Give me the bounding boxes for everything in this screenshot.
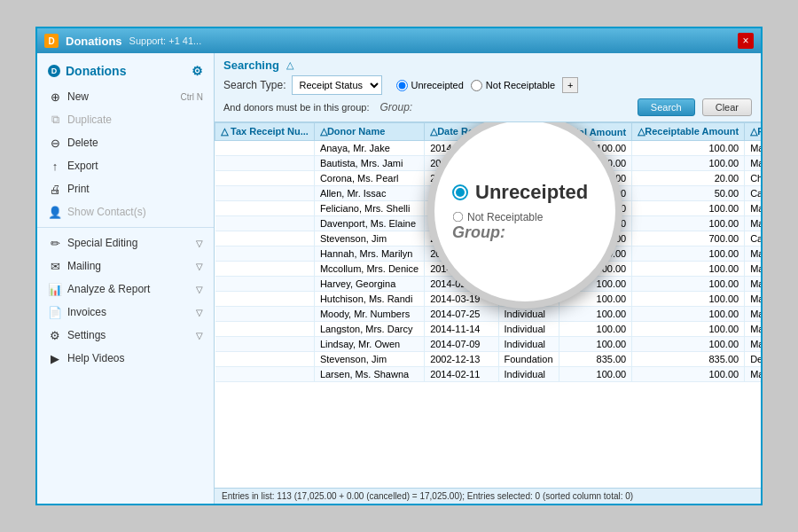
cell-tax [215,277,315,292]
table-container[interactable]: △ Tax Receipt Nu... △Donor Name △Date Re… [215,122,761,488]
settings-arrow: ▽ [196,331,203,340]
cell-payment: MasterCard [745,337,761,352]
cell-tax [215,141,315,156]
cell-tax [215,307,315,322]
cell-date: 2014-02-11 [425,367,498,382]
sidebar-item-delete[interactable]: ⊖ Delete [37,131,214,154]
table-row[interactable]: Langston, Mrs. Darcy 2014-11-14 Individu… [215,322,762,337]
sidebar-item-help-videos[interactable]: ▶ Help Videos [37,347,214,370]
title-bar-left: D Donations Support: +1 41... [44,34,201,48]
mailing-icon: ✉ [48,259,62,273]
invoices-arrow: ▽ [196,308,203,317]
cell-total: 100.00 [559,322,632,337]
magnifier-overlay: Unreceipted Not Receiptable Group: [427,122,622,309]
cell-receiptable: 100.00 [632,337,745,352]
table-row[interactable]: Stevenson, Jim 2002-12-13 Foundation 835… [215,352,762,367]
cell-receiptable: 700.00 [632,231,745,246]
col-donor-name[interactable]: △Donor Name [314,123,424,141]
cell-payment: Cheque [745,171,761,186]
cell-total: 835.00 [559,352,632,367]
table-row[interactable]: Moody, Mr. Numbers 2014-07-25 Individual… [215,307,762,322]
cell-payment: MasterCard [745,141,761,156]
mag-radio-row: Unreceipted [452,181,588,204]
sidebar-item-print[interactable]: 🖨 Print [37,177,214,200]
clear-button[interactable]: Clear [702,98,752,116]
invoices-icon: 📄 [48,305,62,319]
cell-donor: Corona, Ms. Pearl [314,171,424,186]
table-row[interactable]: Lindsay, Mr. Owen 2014-07-09 Individual … [215,337,762,352]
group-label: And donors must be in this group: [223,102,369,113]
sidebar-item-invoices[interactable]: 📄 Invoices ▽ [37,301,214,324]
cell-donor: Stevenson, Jim [314,231,424,246]
cell-payment: MasterCard [745,367,761,382]
cell-donor: Moody, Mr. Numbers [314,307,424,322]
duplicate-icon: ⧉ [48,113,62,127]
search-button[interactable]: Search [638,98,695,116]
status-text: Entries in list: 113 (17,025.00 + 0.00 (… [222,491,633,501]
status-bar: Entries in list: 113 (17,025.00 + 0.00 (… [215,488,761,504]
support-label: Support: +1 41... [129,35,202,46]
radio-not-receiptable-label: Not Receiptable [486,80,555,90]
sidebar-item-export[interactable]: ↑ Export [37,154,214,177]
cell-donor: Hutchison, Ms. Randi [314,292,424,307]
cell-donor: Allen, Mr. Issac [314,186,424,201]
cell-tax [215,171,315,186]
cell-donor: Bautista, Mrs. Jami [314,156,424,171]
cell-date: 2002-12-13 [425,352,498,367]
cell-receiptable: 100.00 [632,367,745,382]
col-payment[interactable]: △Payment Type Name [745,123,761,141]
sidebar-item-special-editing[interactable]: ✏ Special Editing ▽ [37,231,214,254]
radio-group: Unreceipted Not Receiptable + [396,77,579,93]
window-title: Donations [66,35,122,48]
radio-unreceipted-label: Unreceipted [411,80,464,90]
sidebar-item-analyze-report[interactable]: 📊 Analyze & Report ▽ [37,278,214,301]
export-icon: ↑ [48,159,62,173]
plus-button[interactable]: + [562,77,578,93]
sidebar-item-mailing[interactable]: ✉ Mailing ▽ [37,254,214,278]
new-shortcut: Ctrl N [180,92,203,102]
cell-receiptable: 100.00 [632,307,745,322]
settings-label: Settings [67,329,191,341]
radio-not-receiptable-input[interactable] [471,80,482,91]
export-label: Export [67,160,203,172]
mag-not-receiptable-input [453,212,464,223]
cell-date: 2014-11-14 [425,322,498,337]
col-tax-receipt[interactable]: △ Tax Receipt Nu... [215,123,315,141]
cell-payment: MasterCard [745,246,761,262]
cell-donor: Langston, Mrs. Darcy [314,322,424,337]
radio-not-receiptable[interactable]: Not Receiptable [471,80,555,91]
cell-tax [215,156,315,171]
mag-unreceipted-label: Unreceipted [475,181,588,204]
title-bar: D Donations Support: +1 41... × [37,28,761,53]
sidebar-settings-icon[interactable]: ⚙ [192,64,203,78]
cell-payment: Debit [745,352,761,367]
cell-payment: MasterCard [745,307,761,322]
table-row[interactable]: Larsen, Ms. Shawna 2014-02-11 Individual… [215,367,762,382]
cell-total: 100.00 [559,367,632,382]
sidebar-item-new[interactable]: ⊕ New Ctrl N [37,85,214,108]
cell-payment: MasterCard [745,277,761,292]
search-bar: Searching △ Search Type: Receipt Status … [215,53,761,122]
search-row3: And donors must be in this group: Group:… [223,98,752,116]
help-videos-icon: ▶ [48,351,62,365]
close-button[interactable]: × [738,33,754,49]
cell-donor: Stevenson, Jim [314,352,424,367]
sidebar-item-settings[interactable]: ⚙ Settings ▽ [37,324,214,347]
divider-1 [37,227,214,228]
cell-tax [215,352,315,367]
sidebar-item-duplicate: ⧉ Duplicate [37,108,214,131]
cell-type: Individual [498,307,559,322]
cell-date: 2014-07-09 [425,337,498,352]
col-receiptable[interactable]: △Receiptable Amount [632,123,745,141]
mag-not-receipted-row: Not Receiptable [452,211,543,223]
sidebar-title: D Donations ⚙ [37,60,214,85]
radio-unreceipted[interactable]: Unreceipted [396,80,464,91]
cell-payment: Cash [745,186,761,201]
help-videos-label: Help Videos [67,352,203,364]
cell-donor: Lindsay, Mr. Owen [314,337,424,352]
search-type-select[interactable]: Receipt Status [292,75,382,95]
mag-group-label: Group: [452,223,505,242]
cell-receiptable: 100.00 [632,277,745,292]
cell-type: Individual [498,367,559,382]
radio-unreceipted-input[interactable] [396,80,408,91]
